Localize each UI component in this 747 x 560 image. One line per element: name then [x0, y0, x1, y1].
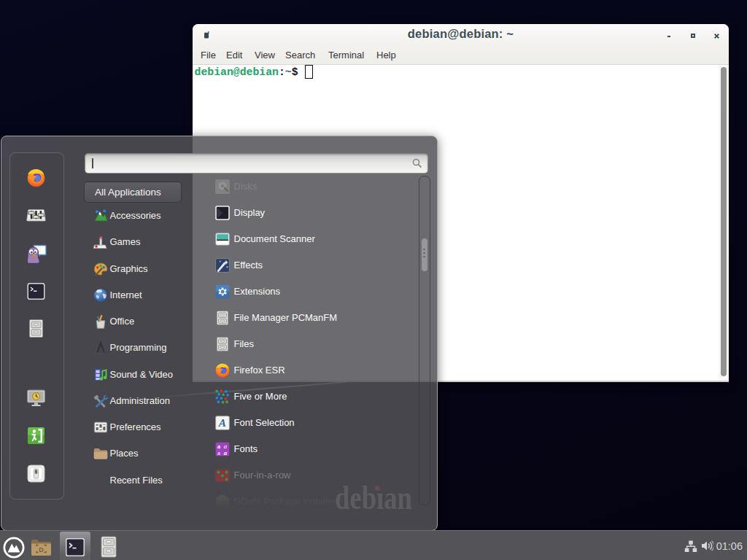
- svg-text:a: a: [217, 448, 220, 456]
- svg-text:a: a: [224, 448, 228, 456]
- svg-text:D: D: [39, 546, 44, 553]
- svg-text:A: A: [218, 416, 226, 429]
